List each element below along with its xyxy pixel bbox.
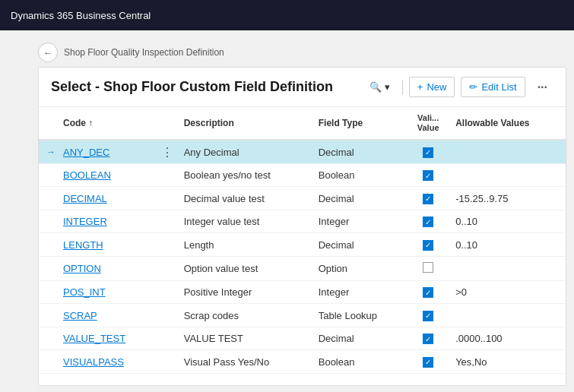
more-button[interactable]: ···: [531, 77, 553, 97]
row-allowable-values: -15.25..9.75: [448, 187, 566, 210]
table-body: →ANY_DEC⋮Any DecimalDecimalBOOLEANBoolea…: [39, 140, 566, 373]
row-valid-value[interactable]: [408, 256, 448, 280]
checkbox[interactable]: [423, 357, 433, 368]
row-field-type: Boolean: [311, 163, 408, 187]
table-container: Code ↑ Description Field Type Vali...Val…: [39, 107, 566, 382]
row-valid-value[interactable]: [408, 350, 448, 374]
code-link[interactable]: DECIMAL: [63, 193, 107, 204]
row-context-menu[interactable]: ⋮: [158, 140, 176, 163]
row-arrow: [39, 327, 55, 350]
breadcrumb-row: ← Shop Floor Quality Inspection Definiti…: [38, 38, 574, 67]
table-header: Code ↑ Description Field Type Vali...Val…: [39, 107, 566, 140]
row-field-type: Boolean: [311, 350, 408, 374]
back-button[interactable]: ←: [38, 43, 58, 62]
row-code[interactable]: LENGTH: [55, 233, 158, 257]
breadcrumb: Shop Floor Quality Inspection Definition: [64, 47, 224, 58]
checkbox[interactable]: [423, 334, 433, 344]
row-code[interactable]: POS_INT: [55, 280, 158, 304]
row-context-menu[interactable]: [158, 280, 176, 304]
row-code[interactable]: BOOLEAN: [55, 163, 158, 187]
row-allowable-values: .0000..100: [448, 327, 566, 350]
row-allowable-values: [448, 304, 566, 327]
new-button[interactable]: + New: [409, 77, 455, 97]
row-valid-value[interactable]: [408, 187, 448, 210]
table-row[interactable]: INTEGERInteger value testInteger0..10: [39, 210, 566, 233]
row-context-menu[interactable]: [158, 327, 176, 350]
row-description: Any Decimal: [176, 140, 311, 163]
code-link[interactable]: VISUALPASS: [63, 356, 124, 368]
table-row[interactable]: BOOLEANBoolean yes/no testBoolean: [39, 163, 566, 187]
edit-icon: ✏: [469, 81, 477, 93]
row-code[interactable]: ANY_DEC: [55, 140, 158, 163]
code-link[interactable]: BOOLEAN: [63, 169, 111, 181]
row-valid-value[interactable]: [408, 280, 448, 304]
row-valid-value[interactable]: [408, 140, 448, 163]
row-context-menu[interactable]: [158, 187, 176, 210]
checkbox[interactable]: [423, 217, 433, 227]
code-link[interactable]: INTEGER: [63, 216, 107, 227]
checkbox[interactable]: [423, 194, 433, 204]
th-description: Description: [176, 107, 311, 140]
th-arrow: [39, 107, 55, 140]
th-code[interactable]: Code ↑: [55, 107, 158, 140]
row-context-menu[interactable]: [158, 256, 176, 280]
row-description: Scrap codes: [176, 304, 311, 327]
row-code[interactable]: VISUALPASS: [55, 350, 158, 374]
edit-list-label: Edit List: [481, 81, 516, 93]
row-code[interactable]: DECIMAL: [55, 187, 158, 210]
row-context-menu[interactable]: [158, 304, 176, 327]
new-label: New: [427, 81, 446, 93]
table-row[interactable]: LENGTHLengthDecimal0..10: [39, 233, 566, 257]
table-row[interactable]: DECIMALDecimal value testDecimal-15.25..…: [39, 187, 566, 210]
row-description: Option value test: [176, 256, 311, 280]
row-arrow: →: [39, 140, 55, 163]
row-field-type: Decimal: [311, 187, 408, 210]
search-button[interactable]: 🔍 ▾: [363, 78, 396, 96]
row-description: Integer value test: [176, 210, 311, 233]
code-link[interactable]: LENGTH: [63, 239, 103, 251]
checkbox[interactable]: [423, 311, 433, 321]
row-code[interactable]: SCRAP: [55, 304, 158, 327]
top-bar: Dynamics 365 Business Central: [0, 0, 574, 30]
checkbox[interactable]: [423, 287, 433, 298]
table-row[interactable]: VALUE_TESTVALUE TESTDecimal.0000..100: [39, 327, 566, 350]
checkbox[interactable]: [423, 147, 433, 158]
card-header: Select - Shop Floor Custom Field Definit…: [39, 68, 566, 107]
row-code[interactable]: OPTION: [55, 256, 158, 280]
row-context-menu[interactable]: [158, 233, 176, 257]
table-row[interactable]: POS_INTPositive IntegerInteger>0: [39, 280, 566, 304]
checkbox[interactable]: [423, 170, 433, 181]
row-code[interactable]: INTEGER: [55, 210, 158, 233]
row-arrow: [39, 187, 55, 210]
code-link[interactable]: ANY_DEC: [63, 147, 109, 158]
row-valid-value[interactable]: [408, 327, 448, 350]
table-row[interactable]: OPTIONOption value testOption: [39, 256, 566, 280]
row-valid-value[interactable]: [408, 233, 448, 257]
row-context-menu[interactable]: [158, 210, 176, 233]
row-description: Boolean yes/no test: [176, 163, 311, 187]
row-valid-value[interactable]: [408, 210, 448, 233]
row-valid-value[interactable]: [408, 163, 448, 187]
checkbox[interactable]: [423, 262, 433, 273]
row-field-type: Decimal: [311, 327, 408, 350]
row-context-menu[interactable]: [158, 163, 176, 187]
checkbox[interactable]: [423, 240, 433, 251]
code-link[interactable]: OPTION: [63, 263, 101, 274]
divider: [402, 80, 403, 95]
plus-icon: +: [417, 81, 423, 93]
edit-list-button[interactable]: ✏ Edit List: [461, 77, 525, 97]
table-row[interactable]: SCRAPScrap codesTable Lookup: [39, 304, 566, 327]
row-allowable-values: [448, 163, 566, 187]
row-valid-value[interactable]: [408, 304, 448, 327]
row-code[interactable]: VALUE_TEST: [55, 327, 158, 350]
row-allowable-values: [448, 256, 566, 280]
table-row[interactable]: VISUALPASSVisual Pass Yes/NoBooleanYes,N…: [39, 350, 566, 374]
code-link[interactable]: POS_INT: [63, 286, 106, 298]
table-row[interactable]: →ANY_DEC⋮Any DecimalDecimal: [39, 140, 566, 163]
app-title: Dynamics 365 Business Central: [11, 10, 151, 21]
row-context-menu[interactable]: [158, 350, 176, 374]
code-link[interactable]: VALUE_TEST: [63, 333, 125, 344]
row-description: Length: [176, 233, 311, 257]
code-link[interactable]: SCRAP: [63, 310, 97, 321]
row-arrow: [39, 163, 55, 187]
